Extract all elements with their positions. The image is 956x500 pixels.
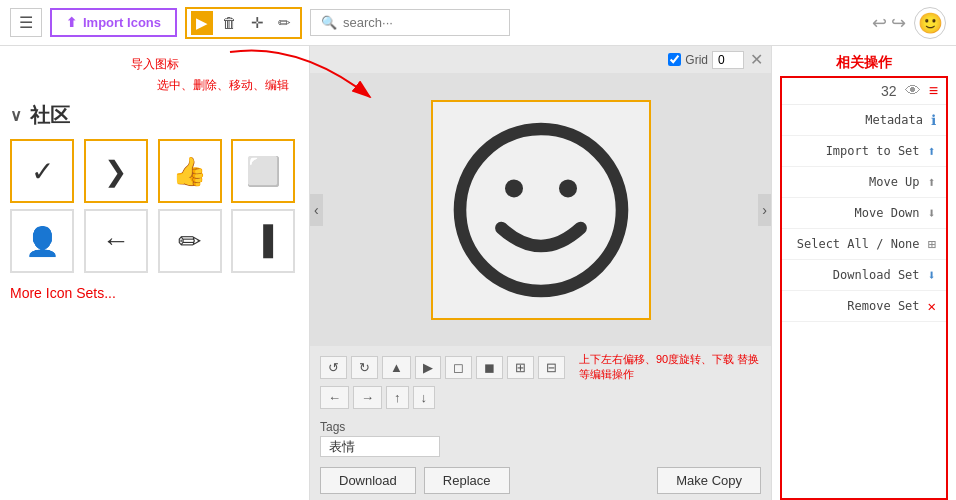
rp-import-icon: ⬆ — [928, 143, 936, 159]
rp-selectall-icon: ⊞ — [928, 236, 936, 252]
move-left-button[interactable]: ← — [320, 386, 349, 409]
icon-cell-check[interactable]: ✓ — [10, 139, 74, 203]
section-header: ∨ 社区 — [10, 102, 299, 129]
crop-button[interactable]: ◻ — [445, 356, 472, 379]
svg-point-2 — [559, 179, 577, 197]
rp-moveup-item[interactable]: Move Up ⬆ — [782, 167, 946, 198]
select-tool-button[interactable]: ▶ — [191, 11, 213, 35]
rp-movedown-icon: ⬇ — [928, 205, 936, 221]
import-label: Import Icons — [83, 15, 161, 30]
annotation-tools: 选中、删除、移动、编辑 — [10, 77, 299, 94]
grid-toggle[interactable] — [668, 53, 681, 66]
undo-redo-group: ↩ ↪ — [872, 12, 906, 34]
toolbar: ☰ ⬆ Import Icons ▶ 🗑 ✛ ✏ 🔍 ↩ ↪ 🙂 — [0, 0, 956, 46]
icon-cell-edit[interactable]: ✏ — [158, 209, 222, 273]
rp-menu-button[interactable]: ≡ — [929, 82, 938, 100]
icon-grid: ✓ ❯ 👍 ⬜ 👤 ← ✏ ▐ — [10, 139, 299, 273]
search-icon: 🔍 — [321, 15, 337, 30]
icon-cell-arrow-left[interactable]: ← — [84, 209, 148, 273]
main-layout: 导入图标 选中、删除、移动、编辑 ∨ 社区 ✓ ❯ 👍 ⬜ 👤 ← ✏ ▐ Mo… — [0, 46, 956, 500]
grid-checkbox: Grid — [668, 51, 744, 69]
user-avatar[interactable]: 🙂 — [914, 7, 946, 39]
rp-selectall-label: Select All / None — [797, 237, 920, 251]
canvas-area: ‹ › — [310, 73, 771, 346]
move-right-button[interactable]: → — [353, 386, 382, 409]
edit-tools-row1: ↺ ↻ ▲ ▶ ◻ ◼ ⊞ ⊟ 上下左右偏移、90度旋转、下载 替换等编辑操作 — [320, 352, 761, 382]
rp-removeset-icon: ✕ — [928, 298, 936, 314]
rp-moveup-icon: ⬆ — [928, 174, 936, 190]
canvas-header: Grid ✕ — [310, 46, 771, 73]
icon-cell-partial1[interactable]: ⬜ — [231, 139, 295, 203]
rp-import-label: Import to Set — [826, 144, 920, 158]
shrink-button[interactable]: ⊟ — [538, 356, 565, 379]
edit-tools: ↺ ↻ ▲ ▶ ◻ ◼ ⊞ ⊟ 上下左右偏移、90度旋转、下载 替换等编辑操作 … — [310, 346, 771, 415]
tags-input[interactable] — [320, 436, 440, 457]
fill-button[interactable]: ◼ — [476, 356, 503, 379]
rp-moveup-label: Move Up — [869, 175, 920, 189]
icon-cell-partial2[interactable]: ▐ — [231, 209, 295, 273]
svg-point-1 — [505, 179, 523, 197]
icon-cell-user[interactable]: 👤 — [10, 209, 74, 273]
rp-metadata-item[interactable]: Metadata ℹ — [782, 105, 946, 136]
left-panel: 导入图标 选中、删除、移动、编辑 ∨ 社区 ✓ ❯ 👍 ⬜ 👤 ← ✏ ▐ Mo… — [0, 46, 310, 500]
rp-downloadset-item[interactable]: Download Set ⬇ — [782, 260, 946, 291]
expand-button[interactable]: ⊞ — [507, 356, 534, 379]
rp-import-item[interactable]: Import to Set ⬆ — [782, 136, 946, 167]
flip-right-button[interactable]: ▶ — [415, 356, 441, 379]
move-tool-button[interactable]: ✛ — [246, 11, 269, 35]
tags-section: Tags — [310, 415, 771, 461]
move-up-button[interactable]: ↑ — [386, 386, 409, 409]
delete-tool-button[interactable]: 🗑 — [217, 11, 242, 34]
rp-downloadset-label: Download Set — [833, 268, 920, 282]
icon-cell-arrow-right[interactable]: ❯ — [84, 139, 148, 203]
rp-metadata-icon: ℹ — [931, 112, 936, 128]
annotation-edit: 上下左右偏移、90度旋转、下载 替换等编辑操作 — [579, 352, 761, 382]
rp-movedown-label: Move Down — [855, 206, 920, 220]
undo-button[interactable]: ↩ — [872, 12, 887, 34]
move-down-button[interactable]: ↓ — [413, 386, 436, 409]
grid-value-input[interactable] — [712, 51, 744, 69]
section-collapse-arrow[interactable]: ∨ — [10, 106, 22, 125]
download-button[interactable]: Download — [320, 467, 416, 494]
redo-button[interactable]: ↪ — [891, 12, 906, 34]
icon-cell-thumbsup[interactable]: 👍 — [158, 139, 222, 203]
right-panel: 相关操作 32 👁 ≡ Metadata ℹ Import to Set ⬆ M… — [771, 46, 956, 500]
section-title: 社区 — [30, 102, 70, 129]
edit-tools-row2: ← → ↑ ↓ — [320, 386, 761, 409]
search-container: 🔍 — [310, 9, 510, 36]
rotate-cw-button[interactable]: ↻ — [351, 356, 378, 379]
rp-movedown-item[interactable]: Move Down ⬇ — [782, 198, 946, 229]
right-panel-title: 相关操作 — [772, 46, 956, 76]
rp-downloadset-icon: ⬇ — [928, 267, 936, 283]
replace-button[interactable]: Replace — [424, 467, 510, 494]
smiley-icon — [451, 120, 631, 300]
rotate-ccw-button[interactable]: ↺ — [320, 356, 347, 379]
canvas-next-button[interactable]: › — [758, 194, 771, 226]
menu-button[interactable]: ☰ — [10, 8, 42, 37]
flip-up-button[interactable]: ▲ — [382, 356, 411, 379]
tool-group: ▶ 🗑 ✛ ✏ — [185, 7, 302, 39]
rp-eye-button[interactable]: 👁 — [905, 82, 921, 100]
canvas-close-button[interactable]: ✕ — [750, 50, 763, 69]
more-icon-sets-link[interactable]: More Icon Sets... — [10, 285, 299, 301]
grid-label: Grid — [685, 53, 708, 67]
svg-point-0 — [460, 129, 622, 291]
import-icon: ⬆ — [66, 15, 77, 30]
tags-label: Tags — [320, 420, 345, 434]
action-buttons: Download Replace Make Copy — [310, 461, 771, 500]
right-panel-content: 32 👁 ≡ Metadata ℹ Import to Set ⬆ Move U… — [780, 76, 948, 500]
rp-count: 32 — [881, 83, 897, 99]
make-copy-button[interactable]: Make Copy — [657, 467, 761, 494]
rp-metadata-label: Metadata — [865, 113, 923, 127]
rp-selectall-item[interactable]: Select All / None ⊞ — [782, 229, 946, 260]
rp-removeset-item[interactable]: Remove Set ✕ — [782, 291, 946, 322]
annotation-import: 导入图标 — [10, 56, 299, 73]
rp-top-row: 32 👁 ≡ — [782, 78, 946, 105]
search-input[interactable] — [343, 15, 499, 30]
edit-tool-button[interactable]: ✏ — [273, 11, 296, 35]
canvas-inner — [431, 100, 651, 320]
import-icons-button[interactable]: ⬆ Import Icons — [50, 8, 177, 37]
canvas-prev-button[interactable]: ‹ — [310, 194, 323, 226]
rp-removeset-label: Remove Set — [847, 299, 919, 313]
center-panel: Grid ✕ ‹ › ↺ ↻ ▲ ▶ — [310, 46, 771, 500]
